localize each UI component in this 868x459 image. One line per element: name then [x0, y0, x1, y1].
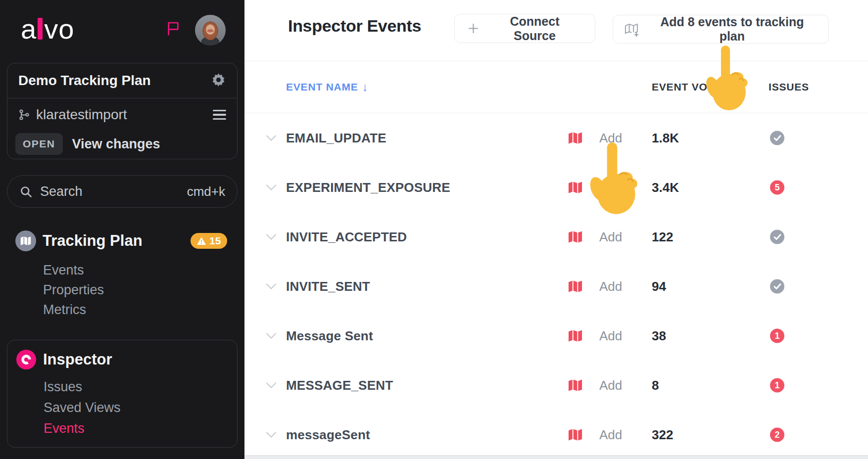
page-title: Inspector Events: [288, 16, 421, 36]
issue-badge[interactable]: [770, 131, 784, 145]
event-name: INVITE_ACCEPTED: [286, 230, 407, 245]
sidebar-item-saved-views[interactable]: Saved Views: [44, 401, 121, 414]
add-events-label: Add 8 events to tracking plan: [647, 15, 818, 44]
add-link[interactable]: Add: [599, 328, 622, 344]
add-link[interactable]: Add: [599, 230, 622, 245]
map-icon: [568, 379, 582, 392]
chevron-down-icon[interactable]: [266, 283, 277, 290]
check-icon: [773, 283, 781, 290]
main-content: Inspector Events Connect Source Add 8 ev…: [244, 0, 868, 459]
add-link[interactable]: Add: [599, 378, 622, 393]
event-volume: 38: [652, 328, 666, 344]
menu-icon[interactable]: [213, 107, 226, 123]
issue-count: 2: [774, 430, 779, 440]
chevron-down-icon[interactable]: [266, 333, 277, 339]
issue-badge[interactable]: 2: [770, 428, 784, 442]
main-header: Inspector Events Connect Source Add 8 ev…: [244, 0, 868, 61]
issue-badge[interactable]: [770, 230, 784, 244]
table-column-header: EVENT NAME ↓ EVENT VOLUME ISSUES: [244, 61, 868, 113]
avo-logo[interactable]: a vo: [21, 13, 74, 45]
logo-letters-vo: vo: [44, 13, 74, 45]
add-link[interactable]: Add: [599, 131, 622, 146]
warning-count: 15: [209, 235, 221, 247]
event-volume: 3.4K: [652, 180, 679, 195]
issue-count: 5: [774, 183, 779, 193]
warning-count-badge[interactable]: 15: [191, 233, 227, 249]
warning-icon: [197, 237, 206, 245]
event-volume: 122: [652, 230, 673, 245]
map-icon: [568, 428, 582, 441]
check-icon: [773, 135, 781, 141]
chevron-down-icon[interactable]: [266, 135, 277, 141]
add-events-to-plan-button[interactable]: Add 8 events to tracking plan: [613, 15, 829, 44]
user-avatar[interactable]: [195, 15, 226, 46]
card-divider: [7, 98, 237, 98]
event-table: EMAIL_UPDATE Add 1.8K EXPERIMENT_EX: [244, 113, 868, 455]
table-row[interactable]: INVITE_ACCEPTED Add 122: [244, 212, 868, 262]
search-placeholder: Search: [40, 184, 83, 199]
issue-badge[interactable]: 1: [770, 329, 784, 343]
tracking-plan-section: Tracking Plan 15: [0, 230, 244, 251]
sidebar-item-events[interactable]: Events: [43, 263, 84, 277]
logo-pink-bar: [38, 18, 43, 40]
check-icon: [773, 234, 781, 240]
table-row[interactable]: messageSent Add 322 2: [244, 410, 868, 455]
tracking-plan-icon: [15, 230, 36, 251]
event-name: EMAIL_UPDATE: [286, 131, 386, 146]
tracking-plan-card: Demo Tracking Plan klaratestimport: [7, 63, 238, 159]
add-link[interactable]: Add: [599, 180, 622, 195]
column-event-name-label: EVENT NAME: [286, 81, 358, 93]
sidebar-item-issues[interactable]: Issues: [44, 380, 82, 394]
connect-source-label: Connect Source: [487, 14, 582, 43]
branch-row[interactable]: klaratestimport: [7, 101, 237, 129]
chevron-down-icon[interactable]: [266, 184, 277, 191]
sidebar-item-inspector[interactable]: Inspector: [43, 351, 112, 368]
sidebar: a vo Demo Tracking Plan: [0, 0, 244, 459]
add-link[interactable]: Add: [599, 279, 622, 294]
map-icon: [568, 181, 582, 194]
add-link[interactable]: Add: [599, 427, 622, 443]
event-volume: 322: [652, 427, 673, 443]
bottom-strip: [244, 455, 868, 459]
gear-icon[interactable]: [211, 72, 226, 90]
chevron-down-icon[interactable]: [266, 432, 277, 438]
search-input[interactable]: Search cmd+k: [7, 175, 238, 208]
sidebar-item-properties[interactable]: Properties: [43, 283, 104, 297]
issue-badge[interactable]: 5: [770, 181, 784, 195]
column-event-volume: EVENT VOLUME: [652, 81, 738, 93]
column-issues: ISSUES: [769, 81, 809, 93]
sidebar-item-metrics[interactable]: Metrics: [43, 303, 86, 317]
event-volume: 8: [652, 378, 659, 393]
event-name: messageSent: [286, 427, 370, 443]
map-icon: [568, 280, 582, 293]
column-event-name[interactable]: EVENT NAME ↓: [286, 80, 369, 94]
table-row[interactable]: INVITE_SENT Add 94: [244, 262, 868, 311]
map-icon: [568, 132, 582, 144]
issue-badge[interactable]: [770, 279, 784, 294]
chevron-down-icon[interactable]: [266, 382, 277, 389]
branch-icon: [18, 109, 30, 121]
sidebar-item-inspector-events[interactable]: Events: [44, 421, 85, 435]
issue-count: 1: [774, 331, 779, 341]
map-icon: [568, 329, 582, 342]
open-row: OPEN View changes: [7, 132, 237, 156]
inspector-icon: [16, 350, 36, 369]
flag-icon[interactable]: [165, 21, 181, 37]
table-row[interactable]: Message Sent Add 38 1: [244, 311, 868, 361]
issue-badge[interactable]: 1: [770, 378, 784, 393]
event-name: MESSAGE_SENT: [286, 378, 393, 393]
plan-title-row: Demo Tracking Plan: [7, 63, 237, 98]
table-row[interactable]: MESSAGE_SENT Add 8 1: [244, 361, 868, 410]
logo-letter-a: a: [21, 13, 37, 45]
sidebar-item-tracking-plan[interactable]: Tracking Plan: [43, 232, 143, 250]
table-row[interactable]: EMAIL_UPDATE Add 1.8K: [244, 113, 868, 163]
event-name: EXPERIMENT_EXPOSURE: [286, 180, 450, 195]
event-volume: 1.8K: [652, 131, 679, 146]
event-name: Message Sent: [286, 328, 373, 344]
view-changes-link[interactable]: View changes: [72, 137, 160, 152]
connect-source-button[interactable]: Connect Source: [454, 14, 595, 43]
chevron-down-icon[interactable]: [266, 234, 277, 240]
map-icon: [568, 230, 582, 243]
search-shortcut: cmd+k: [187, 184, 225, 199]
table-row[interactable]: EXPERIMENT_EXPOSURE Add 3.4K 5: [244, 163, 868, 212]
